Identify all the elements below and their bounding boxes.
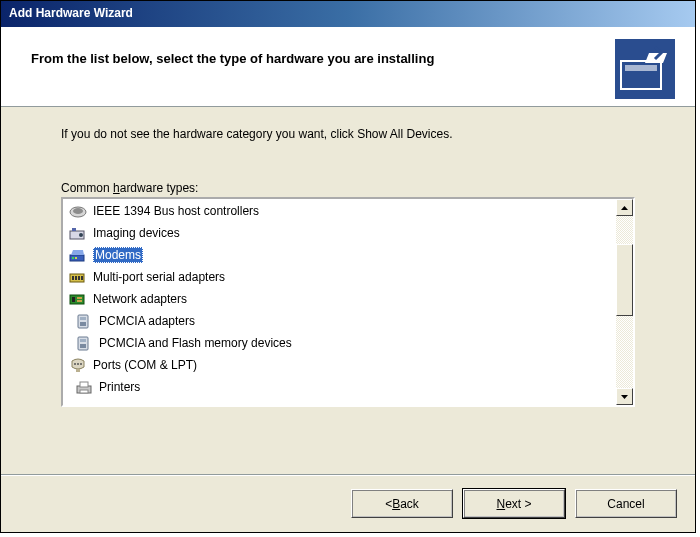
modem-icon xyxy=(69,247,87,263)
list-label: Common hardware types: xyxy=(61,181,635,195)
scroll-up-button[interactable] xyxy=(616,199,633,216)
svg-point-9 xyxy=(72,257,74,259)
svg-rect-21 xyxy=(80,317,86,320)
divider xyxy=(1,474,695,476)
scroll-track[interactable] xyxy=(616,216,633,388)
list-item[interactable]: Multi-port serial adapters xyxy=(63,266,616,288)
scroll-thumb[interactable] xyxy=(616,244,633,316)
list-item-label: Ports (COM & LPT) xyxy=(93,358,197,372)
svg-rect-2 xyxy=(625,65,657,71)
svg-rect-25 xyxy=(80,344,86,348)
list-item[interactable]: Network adapters xyxy=(63,288,616,310)
list-item[interactable]: Printers xyxy=(63,376,616,398)
svg-point-26 xyxy=(74,363,76,365)
svg-rect-29 xyxy=(76,369,80,372)
list-item-label: Multi-port serial adapters xyxy=(93,270,225,284)
list-item-label: Printers xyxy=(99,380,140,394)
button-row: < Back Next > Cancel xyxy=(351,489,677,518)
list-item[interactable]: Ports (COM & LPT) xyxy=(63,354,616,376)
wizard-window: Add Hardware Wizard From the list below,… xyxy=(0,0,696,533)
list-item-label: Modems xyxy=(93,247,143,263)
list-item-label: IEEE 1394 Bus host controllers xyxy=(93,204,259,218)
ieee1394-icon xyxy=(69,203,87,219)
printers-icon xyxy=(75,379,93,395)
pcmcia-icon xyxy=(75,313,93,329)
pcmcia-flash-icon xyxy=(75,335,93,351)
header-heading: From the list below, select the type of … xyxy=(31,39,615,66)
arrow-down-icon xyxy=(621,395,628,399)
window-title: Add Hardware Wizard xyxy=(9,6,133,20)
svg-rect-14 xyxy=(78,276,80,280)
svg-point-10 xyxy=(75,257,77,259)
svg-rect-22 xyxy=(80,322,86,326)
svg-rect-20 xyxy=(78,315,88,328)
list-item[interactable]: IEEE 1394 Bus host controllers xyxy=(63,200,616,222)
arrow-up-icon xyxy=(621,206,628,210)
svg-rect-17 xyxy=(72,297,75,302)
header-panel: From the list below, select the type of … xyxy=(1,27,695,107)
list-item[interactable]: Imaging devices xyxy=(63,222,616,244)
svg-rect-31 xyxy=(80,382,88,387)
list-item-label: Imaging devices xyxy=(93,226,180,240)
cancel-button[interactable]: Cancel xyxy=(575,489,677,518)
multiport-icon xyxy=(69,269,87,285)
svg-point-28 xyxy=(80,363,82,365)
list-item-label: PCMCIA and Flash memory devices xyxy=(99,336,292,350)
back-button[interactable]: < Back xyxy=(351,489,453,518)
svg-rect-19 xyxy=(77,300,82,302)
svg-rect-32 xyxy=(80,390,88,393)
svg-rect-24 xyxy=(80,339,86,342)
content-area: If you do not see the hardware category … xyxy=(1,107,695,407)
instruction-text: If you do not see the hardware category … xyxy=(61,127,635,141)
svg-rect-13 xyxy=(75,276,77,280)
list-item-label: Network adapters xyxy=(93,292,187,306)
next-button[interactable]: Next > xyxy=(463,489,565,518)
titlebar: Add Hardware Wizard xyxy=(1,1,695,27)
hardware-wizard-icon xyxy=(615,39,675,99)
svg-point-4 xyxy=(73,208,83,214)
svg-rect-15 xyxy=(81,276,83,280)
svg-point-27 xyxy=(77,363,79,365)
svg-point-7 xyxy=(79,233,83,237)
scroll-down-button[interactable] xyxy=(616,388,633,405)
scrollbar[interactable] xyxy=(616,199,633,405)
list-item[interactable]: Modems xyxy=(63,244,616,266)
list-item[interactable]: PCMCIA and Flash memory devices xyxy=(63,332,616,354)
svg-rect-6 xyxy=(72,228,76,231)
svg-rect-23 xyxy=(78,337,88,350)
imaging-icon xyxy=(69,225,87,241)
svg-rect-12 xyxy=(72,276,74,280)
svg-rect-18 xyxy=(77,297,82,299)
listbox-content: IEEE 1394 Bus host controllersImaging de… xyxy=(63,199,616,405)
ports-icon xyxy=(69,357,87,373)
network-adapter-icon xyxy=(69,291,87,307)
list-item-label: PCMCIA adapters xyxy=(99,314,195,328)
list-item[interactable]: PCMCIA adapters xyxy=(63,310,616,332)
hardware-types-listbox[interactable]: IEEE 1394 Bus host controllersImaging de… xyxy=(61,197,635,407)
